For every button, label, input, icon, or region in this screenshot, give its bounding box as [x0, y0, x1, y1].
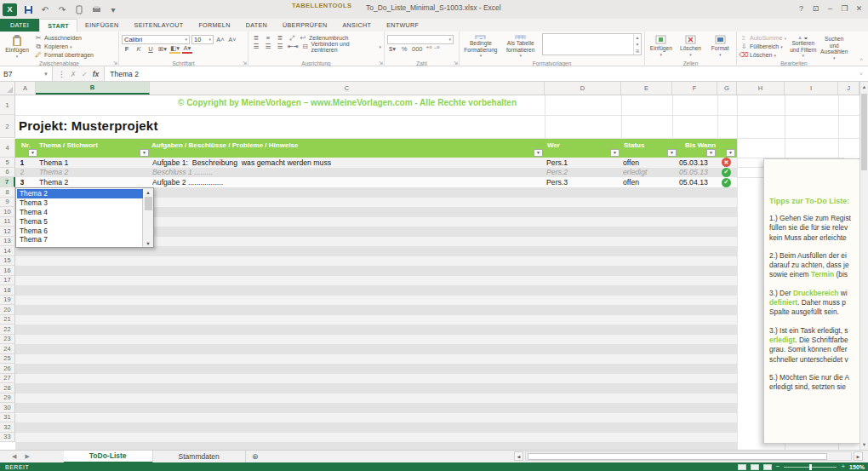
row-header-31[interactable]: 31: [0, 413, 15, 423]
comma-format-button[interactable]: 000: [411, 45, 424, 54]
scroll-up-icon[interactable]: ▲: [860, 82, 868, 92]
name-box[interactable]: B7▼: [0, 66, 53, 81]
find-select-button[interactable]: Suchen und Auswählen▾: [820, 33, 848, 59]
cell-thema[interactable]: Thema 2: [39, 177, 148, 187]
sheet-tab-todo-liste[interactable]: ToDo-Liste: [64, 451, 153, 463]
format-painter-button[interactable]: 🖉Format übertragen: [34, 51, 94, 59]
row-header-26[interactable]: 26: [0, 364, 15, 374]
dropdown-item-3[interactable]: Thema 4: [17, 208, 143, 217]
borders-button[interactable]: ⊞▾: [157, 45, 168, 54]
cut-button[interactable]: ✂Ausschneiden: [34, 34, 94, 42]
row-header-28[interactable]: 28: [0, 383, 15, 393]
orientation-icon[interactable]: ⤢: [287, 34, 297, 43]
save-icon[interactable]: [22, 4, 34, 15]
row-header-9[interactable]: 9: [0, 198, 15, 208]
ribbon-tab-seitenlayout[interactable]: SEITENLAYOUT: [127, 19, 191, 32]
insert-cells-button[interactable]: Einfügen▾: [648, 33, 675, 59]
ribbon-tab-entwurf[interactable]: ENTWURF: [379, 19, 426, 32]
scroll-right-icon[interactable]: ▶: [854, 451, 863, 461]
cell-status[interactable]: offen: [623, 177, 670, 187]
insert-function-icon[interactable]: fx: [93, 70, 100, 78]
undo-icon[interactable]: ↶: [39, 4, 51, 15]
font-size-combo[interactable]: 10▾: [191, 35, 214, 44]
filter-dropdown-icon[interactable]: ▼: [534, 149, 543, 157]
delete-cells-button[interactable]: Löschen▾: [677, 33, 705, 59]
select-all-corner[interactable]: [0, 82, 15, 95]
row-header-17[interactable]: 17: [0, 276, 15, 286]
row-header-23[interactable]: 23: [0, 335, 15, 345]
dropdown-scrollbar[interactable]: ▲ ▼: [142, 188, 153, 247]
font-family-combo[interactable]: Calibri▾: [122, 35, 190, 44]
gallery-up-icon[interactable]: ▲: [636, 35, 640, 40]
row-header-24[interactable]: 24: [0, 344, 15, 354]
normal-view-icon[interactable]: [738, 464, 746, 470]
filter-dropdown-icon[interactable]: ▼: [706, 149, 716, 157]
new-sheet-button[interactable]: ⊕: [246, 452, 265, 461]
row-header-29[interactable]: 29: [0, 393, 15, 404]
help-button[interactable]: ?: [794, 0, 808, 17]
gallery-more-icon[interactable]: ⊞: [636, 49, 639, 54]
row-header-32[interactable]: 32: [0, 422, 15, 433]
row-header-21[interactable]: 21: [0, 315, 15, 325]
spreadsheet-grid[interactable]: © Copyright by MeineVorlagen – www.Meine…: [0, 95, 859, 450]
expand-formula-bar-icon[interactable]: ˅: [854, 66, 868, 81]
cell-due[interactable]: 05.04.13: [679, 177, 713, 187]
grow-font-button[interactable]: A˄: [215, 35, 226, 43]
column-header-I[interactable]: I: [785, 82, 838, 95]
number-format-combo[interactable]: ▾: [387, 35, 454, 44]
conditional-formatting-button[interactable]: Bedingte Formatierung▾: [462, 33, 500, 59]
cell-due[interactable]: 05.03.13: [679, 158, 713, 168]
close-button[interactable]: ✕: [852, 0, 866, 17]
align-top-icon[interactable]: ≣: [251, 34, 261, 43]
row-header-18[interactable]: 18: [0, 285, 15, 296]
sheet-tab-stammdaten[interactable]: Stammdaten: [153, 451, 246, 463]
horizontal-scroll-thumb[interactable]: [528, 453, 827, 460]
row-header-30[interactable]: 30: [0, 403, 15, 413]
currency-format-button[interactable]: $▾: [387, 45, 397, 54]
horizontal-scrollbar[interactable]: ◀ ▶: [514, 451, 863, 461]
zoom-slider-thumb[interactable]: [809, 464, 812, 470]
cell-task[interactable]: Beschluss 1 .........: [152, 168, 540, 178]
zoom-out-icon[interactable]: −: [776, 463, 780, 470]
column-header-A[interactable]: A: [15, 82, 36, 95]
column-header-B[interactable]: B: [36, 82, 150, 95]
collapse-ribbon-icon[interactable]: ˄: [859, 57, 863, 62]
row-header-12[interactable]: 12: [0, 227, 15, 237]
row-header-6[interactable]: 6: [0, 168, 15, 178]
ribbon-display-button[interactable]: ⊡: [808, 0, 823, 17]
filter-dropdown-icon[interactable]: ▼: [28, 149, 37, 157]
row-header-1[interactable]: 1: [0, 95, 15, 115]
row-header-8[interactable]: 8: [0, 187, 15, 198]
dropdown-item-1[interactable]: Thema 2: [17, 189, 143, 198]
scroll-down-icon[interactable]: ▼: [860, 439, 868, 450]
row-header-20[interactable]: 20: [0, 305, 15, 315]
row-header-15[interactable]: 15: [0, 256, 15, 267]
merge-center-button[interactable]: ⊟Verbinden und zentrieren▾: [301, 43, 381, 50]
italic-button[interactable]: K: [134, 45, 144, 54]
bold-button[interactable]: F: [122, 45, 132, 54]
cell-task[interactable]: Aufgabe 1: Beschreibung was gemacht werd…: [152, 158, 540, 168]
filter-dropdown-icon[interactable]: ▼: [667, 149, 677, 157]
row-header-13[interactable]: 13: [0, 237, 15, 247]
align-center-icon[interactable]: ☰: [263, 43, 273, 51]
page-layout-view-icon[interactable]: [751, 464, 759, 470]
row-header-33[interactable]: 33: [0, 433, 15, 443]
qat-dropdown-icon[interactable]: ▾: [107, 4, 119, 15]
cell-styles-gallery[interactable]: ▲▼⊞: [542, 33, 642, 55]
percent-format-button[interactable]: %: [399, 45, 409, 54]
row-header-2[interactable]: 2: [0, 115, 15, 138]
filter-dropdown-icon[interactable]: ▼: [140, 149, 149, 157]
dropdown-item-2[interactable]: Thema 3: [17, 198, 143, 208]
dropdown-item-4[interactable]: Thema 5: [17, 216, 143, 226]
align-right-icon[interactable]: ☰: [275, 43, 285, 51]
indent-icons[interactable]: ⇤⇥: [287, 43, 300, 51]
filter-dropdown-icon[interactable]: ▼: [610, 149, 620, 157]
enter-formula-icon[interactable]: ✓: [82, 70, 88, 78]
cancel-formula-icon[interactable]: ✗: [71, 70, 77, 78]
row-header-16[interactable]: 16: [0, 266, 15, 276]
table-row-3[interactable]: 3Thema 2Aufgabe 2 .................Pers.…: [15, 177, 737, 187]
cell-wer[interactable]: Pers.1: [546, 158, 619, 168]
font-dialog-launcher[interactable]: ⇲: [243, 60, 247, 66]
ribbon-tab-daten[interactable]: DATEN: [238, 19, 275, 32]
row-header-14[interactable]: 14: [0, 246, 15, 256]
